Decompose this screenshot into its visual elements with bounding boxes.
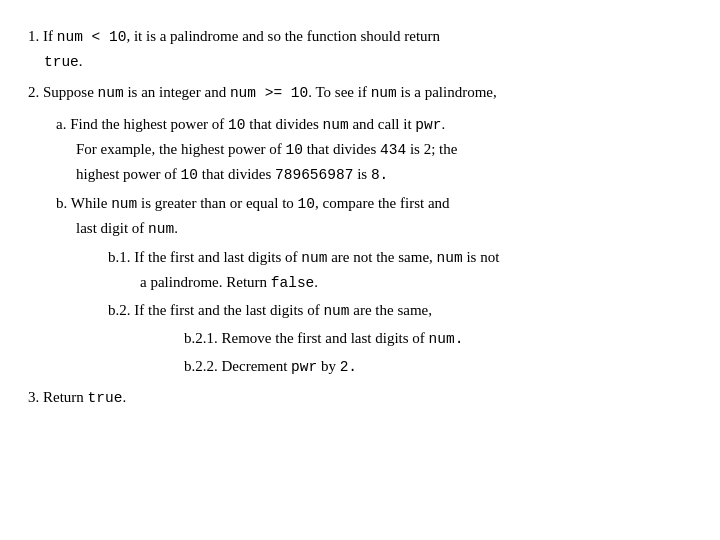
main-content: 1. If num < 10, it is a palindrome and s… (28, 24, 692, 411)
subb21-period: . (455, 331, 464, 347)
subb-line2-text: last digit of num. (76, 220, 178, 236)
item1-text: 1. If num < 10, it is a palindrome and s… (28, 28, 440, 44)
suba-line1: a. Find the highest power of 10 that div… (56, 112, 692, 137)
subb1-text: b.1. If the first and last digits of num… (108, 249, 499, 265)
subb21-num: num (429, 331, 455, 347)
subb-line1: b. While num is greater than or equal to… (56, 191, 692, 216)
item3-text: 3. Return true. (28, 389, 126, 405)
suba-pwr: pwr (415, 117, 441, 133)
item-1: 1. If num < 10, it is a palindrome and s… (28, 24, 692, 74)
suba-num: num (323, 117, 349, 133)
item1-true: true (44, 54, 79, 70)
subb1-line2: a palindrome. Return false. (140, 270, 692, 295)
suba-line3: highest power of 10 that divides 7896569… (76, 162, 692, 187)
item2-num2: num >= 10 (230, 85, 308, 101)
subb1-false: false (271, 275, 315, 291)
suba-dot: . (380, 167, 389, 183)
subb1-num2: num (437, 250, 463, 266)
subb-text: b. While num is greater than or equal to… (56, 195, 450, 211)
item2-num3: num (371, 85, 397, 101)
subb-line2: last digit of num. (76, 216, 692, 241)
item2-text: 2. Suppose num is an integer and num >= … (28, 84, 497, 100)
suba-10c: 10 (181, 167, 198, 183)
suba-line2-text: For example, the highest power of 10 tha… (76, 141, 457, 157)
suba-line2: For example, the highest power of 10 tha… (76, 137, 692, 162)
suba-text: a. Find the highest power of 10 that div… (56, 116, 445, 132)
subb-10: 10 (298, 196, 315, 212)
subb22-pwr: pwr (291, 359, 317, 375)
subb21-text: b.2.1. Remove the first and last digits … (184, 330, 463, 346)
sub-b21: b.2.1. Remove the first and last digits … (184, 326, 692, 351)
suba-line3-text: highest power of 10 that divides 7896569… (76, 166, 388, 182)
subb-num: num (111, 196, 137, 212)
subb1-num: num (301, 250, 327, 266)
item2-num: num (98, 85, 124, 101)
subb1-line2-text: a palindrome. Return false. (140, 274, 318, 290)
item-3: 3. Return true. (28, 385, 692, 410)
suba-8: 8 (371, 167, 380, 183)
suba-434: 434 (380, 142, 406, 158)
subb22-period: . (348, 359, 357, 375)
suba-10a: 10 (228, 117, 245, 133)
sub-b2: b.2. If the first and the last digits of… (108, 298, 692, 380)
suba-789: 789656987 (275, 167, 353, 183)
item1-indent: true. (44, 53, 83, 69)
item1-code1: num < 10 (57, 29, 127, 45)
sub-b: b. While num is greater than or equal to… (56, 191, 692, 379)
subb2-line1: b.2. If the first and the last digits of… (108, 298, 692, 323)
suba-10b: 10 (286, 142, 303, 158)
sub-a: a. Find the highest power of 10 that div… (56, 112, 692, 188)
subb2-num: num (323, 303, 349, 319)
item-2: 2. Suppose num is an integer and num >= … (28, 80, 692, 105)
item3-true: true (88, 390, 123, 406)
subb2-text: b.2. If the first and the last digits of… (108, 302, 432, 318)
subb22-text: b.2.2. Decrement pwr by 2. (184, 358, 357, 374)
sub-b22: b.2.2. Decrement pwr by 2. (184, 354, 692, 379)
sub-b1: b.1. If the first and last digits of num… (108, 245, 692, 295)
subb1-line1: b.1. If the first and last digits of num… (108, 245, 692, 270)
subb-num2: num (148, 221, 174, 237)
